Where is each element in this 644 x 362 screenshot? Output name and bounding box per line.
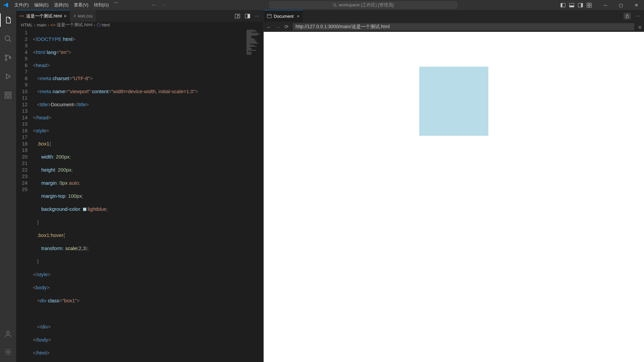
- window-minimize[interactable]: ─: [598, 0, 613, 10]
- window-maximize[interactable]: ▢: [613, 0, 629, 10]
- menu-overflow-icon[interactable]: ⋯: [111, 0, 121, 10]
- crumb[interactable]: html: [102, 22, 110, 27]
- crumb[interactable]: HTML: [21, 22, 33, 27]
- svg-point-21: [7, 331, 9, 334]
- svg-rect-8: [587, 3, 589, 5]
- minimap[interactable]: [244, 28, 263, 362]
- preview-tab[interactable]: Document ×: [264, 10, 303, 22]
- more-actions-icon[interactable]: ⋯: [636, 13, 640, 18]
- preview-forward-icon[interactable]: →: [275, 24, 280, 30]
- layout-customize-icon[interactable]: [586, 2, 592, 8]
- html-file-icon: <>: [19, 14, 24, 18]
- svg-rect-3: [560, 3, 562, 7]
- title-bar: 文件(F) 编辑(E) 选择(S) 查看(V) 转到(G) ⋯ ← → work…: [0, 0, 644, 10]
- menu-file[interactable]: 文件(F): [12, 0, 32, 10]
- preview-viewport: [264, 32, 644, 362]
- tab-label: 这是一个测试.html: [26, 13, 62, 19]
- editor-tabs: <> 这是一个测试.html × # text.css ⋯: [16, 10, 263, 22]
- crumb[interactable]: main: [37, 22, 46, 27]
- menu-select[interactable]: 选择(S): [51, 0, 71, 10]
- preview-toolbar: ← → ⟳ ≡: [264, 22, 644, 32]
- nav-forward-icon[interactable]: →: [161, 2, 166, 8]
- svg-rect-30: [626, 16, 629, 18]
- svg-rect-17: [5, 92, 7, 95]
- activity-account-icon[interactable]: [0, 327, 16, 341]
- split-preview-icon[interactable]: [235, 13, 240, 19]
- line-number-gutter: 1234567891011121314151617181920212223242…: [16, 28, 33, 362]
- nav-back-icon[interactable]: ←: [151, 2, 157, 8]
- svg-point-22: [7, 351, 9, 353]
- symbol-icon: ⬠: [97, 22, 100, 27]
- menu-view[interactable]: 查看(V): [71, 0, 91, 10]
- split-editor-icon[interactable]: [245, 13, 250, 19]
- code-editor[interactable]: 1234567891011121314151617181920212223242…: [16, 28, 263, 362]
- svg-line-13: [9, 40, 11, 42]
- code-content[interactable]: <!DOCTYPE html> <html lang="en"> <head> …: [33, 28, 244, 362]
- svg-point-12: [5, 36, 10, 41]
- tab-label: text.css: [78, 13, 93, 18]
- lock-icon[interactable]: [624, 13, 631, 19]
- breadcrumb[interactable]: HTML › main › <> 这是一个测试.html › ⬠ html: [16, 22, 263, 28]
- activity-scm-icon[interactable]: [0, 51, 16, 64]
- nav-arrows: ← →: [151, 2, 166, 8]
- crumb[interactable]: 这是一个测试.html: [57, 22, 92, 28]
- tab-html-file[interactable]: <> 这是一个测试.html ×: [16, 10, 70, 22]
- tab-css-file[interactable]: # text.css: [70, 10, 96, 22]
- search-icon: [333, 3, 337, 7]
- command-center[interactable]: workspace (工作区) [管理员]: [269, 1, 457, 9]
- chevron-right-icon: ›: [48, 22, 49, 27]
- command-center-label: workspace (工作区) [管理员]: [339, 2, 393, 8]
- css-file-icon: #: [73, 14, 76, 18]
- svg-rect-18: [5, 96, 7, 98]
- svg-line-1: [335, 6, 336, 7]
- svg-point-0: [333, 4, 336, 6]
- activity-extensions-icon[interactable]: [0, 88, 16, 102]
- activity-search-icon[interactable]: [0, 32, 16, 46]
- layout-left-icon[interactable]: [560, 2, 566, 8]
- vscode-logo-icon: [0, 2, 12, 8]
- svg-rect-11: [589, 5, 591, 7]
- svg-rect-7: [581, 3, 583, 7]
- svg-rect-10: [587, 5, 589, 7]
- svg-point-25: [238, 15, 239, 16]
- menu-goto[interactable]: 转到(G): [91, 0, 112, 10]
- preview-icon: [267, 14, 272, 18]
- preview-tabs: Document × ⋯: [264, 10, 644, 22]
- preview-url-input[interactable]: [293, 23, 634, 31]
- svg-rect-19: [9, 96, 11, 98]
- menu-edit[interactable]: 编辑(E): [32, 0, 51, 10]
- svg-rect-27: [248, 14, 250, 18]
- activity-explorer-icon[interactable]: [0, 13, 16, 27]
- chevron-right-icon: ›: [34, 22, 35, 27]
- svg-rect-28: [267, 14, 271, 18]
- layout-right-icon[interactable]: [578, 2, 583, 8]
- chevron-right-icon: ›: [94, 22, 95, 27]
- menu-bar: 文件(F) 编辑(E) 选择(S) 查看(V) 转到(G) ⋯: [12, 0, 121, 10]
- html-file-icon: <>: [50, 22, 55, 27]
- activity-debug-icon[interactable]: [0, 70, 16, 83]
- svg-point-15: [5, 59, 7, 61]
- svg-point-14: [5, 55, 7, 57]
- close-icon[interactable]: ×: [297, 14, 300, 19]
- window-close[interactable]: ✕: [629, 0, 644, 10]
- layout-bottom-icon[interactable]: [569, 2, 574, 8]
- svg-rect-20: [9, 92, 11, 95]
- activity-settings-icon[interactable]: [0, 345, 16, 359]
- close-icon[interactable]: ×: [64, 13, 66, 19]
- more-actions-icon[interactable]: ⋯: [255, 13, 259, 19]
- preview-reload-icon[interactable]: ⟳: [284, 24, 289, 30]
- preview-back-icon[interactable]: ←: [266, 24, 271, 30]
- svg-rect-5: [569, 5, 574, 7]
- preview-box1: [419, 67, 488, 136]
- color-swatch-icon: [83, 207, 87, 211]
- svg-rect-9: [589, 3, 591, 5]
- preview-menu-icon[interactable]: ≡: [638, 24, 641, 30]
- preview-tab-label: Document: [274, 14, 293, 19]
- activity-bar: [0, 10, 16, 362]
- layout-controls: [560, 2, 598, 8]
